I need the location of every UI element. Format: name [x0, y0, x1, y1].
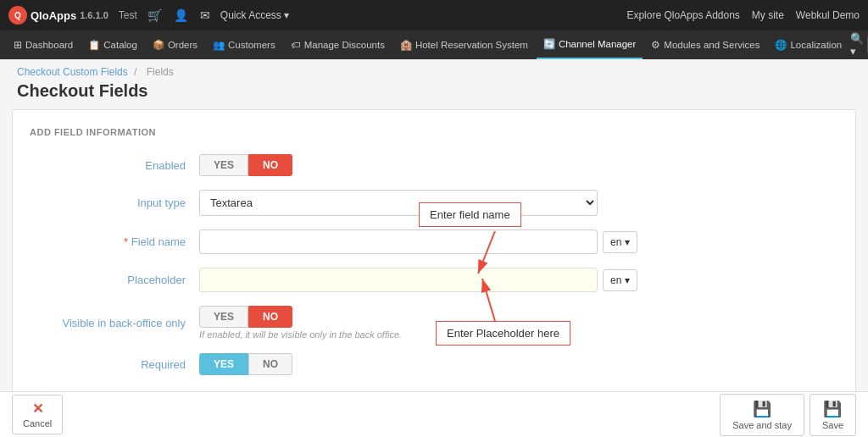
placeholder-row: Placeholder en ▾ — [30, 268, 838, 292]
placeholder-input[interactable] — [199, 268, 598, 292]
cancel-label: Cancel — [23, 418, 52, 429]
field-name-lang-btn[interactable]: en ▾ — [603, 231, 637, 253]
cancel-icon: ✕ — [32, 401, 43, 417]
top-navbar: Q QloApps 1.6.1.0 Test 🛒 👤 ✉ Quick Acces… — [0, 0, 868, 30]
second-navbar: ⊞ Dashboard 📋 Catalog 📦 Orders 👥 Custome… — [0, 30, 868, 59]
nav-discounts[interactable]: 🏷 Manage Discounts — [284, 30, 392, 59]
input-type-select[interactable]: Textarea Text Checkbox Radio Select — [199, 190, 598, 216]
visible-control: YES NO If enabled, it will be visible on… — [199, 306, 838, 340]
content-wrapper: ADD FIELD INFORMATION Enabled YES NO Inp… — [12, 109, 856, 407]
enabled-row: Enabled YES NO — [30, 154, 838, 176]
mail-icon[interactable]: ✉ — [200, 8, 210, 22]
placeholder-lang-btn[interactable]: en ▾ — [603, 269, 637, 291]
required-label: Required — [30, 358, 199, 371]
logo-icon: Q — [8, 6, 27, 25]
footer-left: ✕ Cancel — [12, 395, 63, 434]
search-toggle-btn[interactable]: 🔍▾ — [850, 32, 864, 58]
top-nav-icons: 🛒 👤 ✉ — [147, 8, 210, 22]
nav-modules[interactable]: ⚙ Modules and Services — [644, 30, 766, 59]
visible-no-btn[interactable]: NO — [248, 306, 292, 328]
visible-row: Visible in back-office only YES NO If en… — [30, 306, 838, 340]
cart-icon[interactable]: 🛒 — [147, 8, 162, 22]
main-content: ADD FIELD INFORMATION Enabled YES NO Inp… — [0, 109, 868, 437]
form-card: ADD FIELD INFORMATION Enabled YES NO Inp… — [12, 109, 856, 407]
nav-orders[interactable]: 📦 Orders — [146, 30, 204, 59]
card-header: ADD FIELD INFORMATION — [30, 127, 838, 137]
placeholder-label: Placeholder — [30, 274, 199, 286]
input-type-control: Textarea Text Checkbox Radio Select — [199, 190, 838, 216]
footer-right: 💾 Save and stay 💾 Save — [720, 394, 856, 436]
breadcrumb-current: Fields — [147, 66, 174, 78]
save-button[interactable]: 💾 Save — [810, 394, 856, 436]
app-version: 1.6.1.0 — [80, 10, 108, 20]
top-nav-right: Explore QloApps Addons My site Webkul De… — [626, 9, 860, 21]
visible-yes-btn[interactable]: YES — [199, 306, 248, 328]
required-no-btn[interactable]: NO — [248, 353, 292, 375]
quick-access-menu[interactable]: Quick Access ▾ — [220, 9, 289, 21]
mysite-link[interactable]: My site — [752, 9, 784, 21]
app-name: QloApps — [31, 9, 76, 22]
required-yes-btn[interactable]: YES — [199, 353, 248, 375]
nav-customers[interactable]: 👥 Customers — [206, 30, 282, 59]
field-name-control: en ▾ — [199, 230, 838, 254]
save-icon: 💾 — [823, 400, 842, 418]
required-toggle: YES NO — [199, 353, 292, 375]
visible-label: Visible in back-office only — [30, 317, 199, 329]
input-type-row: Input type Textarea Text Checkbox Radio … — [30, 190, 838, 216]
enabled-yes-btn[interactable]: YES — [199, 154, 248, 176]
visible-help-text: If enabled, it will be visible only in t… — [199, 329, 402, 340]
save-and-stay-icon: 💾 — [753, 400, 771, 418]
save-and-stay-label: Save and stay — [732, 420, 792, 430]
enabled-control: YES NO — [199, 154, 838, 176]
field-name-input[interactable] — [199, 230, 598, 254]
nav-localization[interactable]: 🌐 Localization — [768, 30, 849, 59]
search-area: 🔍▾ — [850, 32, 868, 58]
required-row: Required YES NO — [30, 353, 838, 375]
enabled-toggle: YES NO — [199, 154, 292, 176]
save-and-stay-button[interactable]: 💾 Save and stay — [720, 394, 804, 436]
breadcrumb: Checkout Custom Fields / Fields — [0, 59, 868, 80]
nav-hotel[interactable]: 🏨 Hotel Reservation System — [393, 30, 535, 59]
field-name-row: Field name en ▾ — [30, 230, 838, 254]
input-type-label: Input type — [30, 196, 199, 209]
nav-catalog[interactable]: 📋 Catalog — [81, 30, 144, 59]
nav-channel[interactable]: 🔄 Channel Manager — [537, 30, 643, 59]
required-control: YES NO — [199, 353, 838, 375]
test-label: Test — [119, 9, 137, 21]
breadcrumb-separator: / — [134, 66, 140, 78]
enabled-label: Enabled — [30, 159, 199, 172]
visible-toggle: YES NO — [199, 306, 402, 328]
webkul-demo-link[interactable]: Webkul Demo — [796, 9, 860, 21]
cancel-button[interactable]: ✕ Cancel — [12, 395, 63, 434]
nav-dashboard[interactable]: ⊞ Dashboard — [7, 30, 80, 59]
app-logo[interactable]: Q QloApps 1.6.1.0 — [8, 6, 108, 25]
explore-addons-link[interactable]: Explore QloApps Addons — [626, 9, 739, 21]
page-title: Checkout Fields — [0, 80, 868, 109]
placeholder-control: en ▾ — [199, 268, 838, 292]
breadcrumb-parent[interactable]: Checkout Custom Fields — [17, 66, 128, 78]
footer-bar: ✕ Cancel 💾 Save and stay 💾 Save — [0, 391, 868, 437]
save-label: Save — [822, 420, 843, 430]
user-icon[interactable]: 👤 — [174, 8, 188, 22]
field-name-label: Field name — [30, 235, 199, 248]
enabled-no-btn[interactable]: NO — [248, 154, 292, 176]
